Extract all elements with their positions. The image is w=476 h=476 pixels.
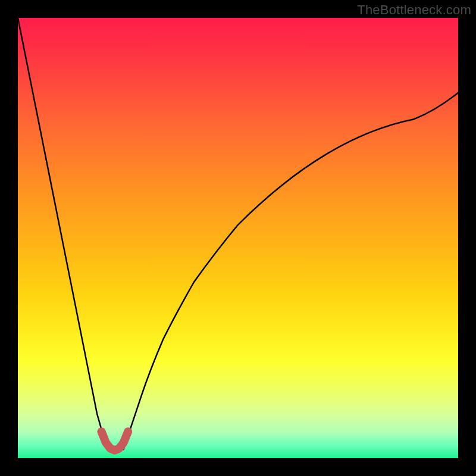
- curve-layer: [18, 18, 458, 458]
- valley-marker-dot: [124, 428, 132, 436]
- curve-left-branch: [18, 18, 110, 449]
- valley-marker-dot: [98, 428, 106, 436]
- watermark-text: TheBottleneck.com: [357, 2, 471, 18]
- plot-area: [18, 18, 458, 458]
- valley-marker: [102, 432, 128, 450]
- chart-frame: TheBottleneck.com: [0, 0, 476, 476]
- curve-right-branch: [124, 93, 458, 449]
